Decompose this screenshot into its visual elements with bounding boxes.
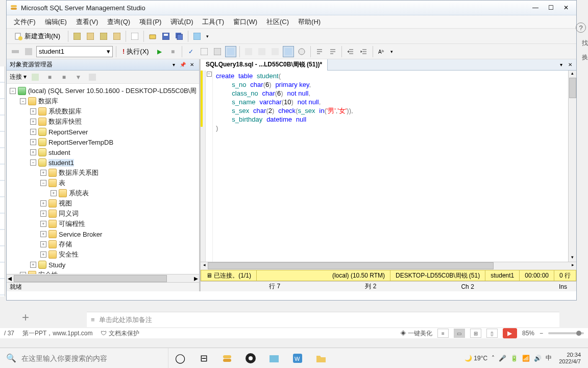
edge-replace[interactable]: 换 [582, 53, 588, 62]
oe-close-icon[interactable]: ✕ [188, 61, 196, 69]
tree-sysdb[interactable]: 系统数据库 [48, 107, 82, 116]
ime-indicator[interactable]: 中 [546, 354, 552, 362]
save-all-button[interactable] [174, 31, 185, 42]
tree-report[interactable]: ReportServer [48, 128, 88, 136]
connect-button[interactable]: 连接 ▾ [10, 73, 27, 81]
expand-icon[interactable]: + [30, 108, 36, 114]
new-query-button[interactable]: 新建查询(N) [10, 30, 65, 42]
tree-reporttemp[interactable]: ReportServerTempDB [48, 139, 113, 146]
edge-find[interactable]: 找 [582, 39, 588, 48]
code-editor[interactable]: − create table student( s_no char(6) pri… [201, 71, 576, 262]
tb2-btn-2[interactable] [23, 46, 34, 57]
toolbar2-overflow[interactable]: ▾ [389, 46, 395, 57]
notes-pane[interactable]: ≡ 单击此处添加备注 [87, 312, 559, 327]
tree-view[interactable]: −(local) (SQL Server 10.50.1600 - DESKTO… [7, 84, 199, 274]
tab-close-icon[interactable]: ✕ [566, 61, 574, 69]
tray-battery-icon[interactable]: 🔋 [510, 355, 518, 362]
tree-systables[interactable]: 系统表 [69, 189, 89, 198]
tray-wifi-icon[interactable]: 📶 [522, 355, 530, 362]
task-view-button[interactable]: ◯ [168, 348, 192, 369]
tb2-btn-1[interactable] [10, 46, 21, 57]
slideshow-button[interactable]: ▶ [503, 328, 517, 338]
menu-help[interactable]: 帮助(H) [294, 16, 325, 28]
expand-icon[interactable]: + [51, 190, 57, 196]
open-button[interactable] [147, 31, 158, 42]
expand-icon[interactable]: + [40, 241, 46, 247]
tree-server[interactable]: (local) (SQL Server 10.50.1600 - DESKTOP… [28, 86, 197, 96]
view-sorter[interactable]: ⊞ [470, 329, 481, 338]
tb2-btn-6[interactable] [199, 46, 210, 57]
collapse-icon[interactable]: − [10, 88, 16, 94]
menu-project[interactable]: 项目(P) [135, 16, 165, 28]
tree-tables[interactable]: 表 [59, 178, 65, 188]
toolbar-overflow[interactable]: ▾ [205, 31, 210, 42]
search-input[interactable] [21, 354, 162, 362]
beautify-button[interactable]: ◈ 一键美化 [400, 329, 432, 338]
menu-tools[interactable]: 工具(T) [198, 16, 228, 28]
view-normal[interactable]: ▭ [454, 329, 465, 338]
tb2-btn-10[interactable] [256, 46, 267, 57]
expand-icon[interactable]: + [30, 119, 36, 125]
tb2-btn-12-active[interactable] [283, 46, 294, 57]
parse-button[interactable]: ✓ [185, 46, 197, 57]
editor-tab[interactable]: SQLQuery18.sql - ...LD55C0B\周锐 (51))* [201, 59, 328, 71]
comment-button[interactable] [314, 46, 325, 57]
database-selector[interactable]: student1 ▾ [36, 46, 113, 57]
tree-storage[interactable]: 存储 [59, 240, 72, 249]
tb-btn-5[interactable] [129, 31, 140, 42]
weather-widget[interactable]: 🌙 19°C [464, 355, 487, 362]
collapse-icon[interactable]: − [40, 180, 46, 186]
uncomment-button[interactable] [327, 46, 338, 57]
code-text[interactable]: create table student( s_no char(6) prima… [213, 71, 568, 262]
expand-icon[interactable]: + [30, 129, 36, 135]
tree-views[interactable]: 视图 [59, 199, 72, 208]
menu-debug[interactable]: 调试(D) [166, 16, 197, 28]
tb-btn-4[interactable] [111, 31, 122, 42]
tray-chevron-icon[interactable]: ˄ [492, 355, 495, 362]
close-button[interactable]: ✕ [559, 3, 573, 13]
expand-icon[interactable]: + [40, 170, 46, 176]
expand-icon[interactable]: + [30, 262, 36, 268]
specify-values-button[interactable]: Aᵇ [376, 46, 387, 57]
editor-vscroll[interactable]: ▴▾ [568, 71, 576, 262]
tree-study[interactable]: Study [48, 261, 65, 269]
view-reading[interactable]: ▯ [486, 329, 498, 338]
expand-icon[interactable]: + [40, 200, 46, 206]
collapse-icon[interactable]: − [20, 98, 26, 104]
zoom-out-button[interactable]: − [540, 330, 543, 337]
indent-button[interactable] [345, 46, 356, 57]
fold-icon[interactable]: − [207, 72, 212, 77]
tb-btn-2[interactable] [85, 31, 96, 42]
expand-icon[interactable]: + [40, 231, 46, 237]
expand-icon[interactable]: + [30, 149, 36, 155]
add-slide-button[interactable]: + [15, 310, 36, 325]
maximize-button[interactable]: ☐ [544, 3, 558, 13]
tb2-btn-13[interactable] [296, 46, 307, 57]
zoom-slider[interactable] [548, 332, 584, 334]
tree-diagram[interactable]: 数据库关系图 [59, 168, 99, 177]
stop-button[interactable]: ■ [167, 46, 179, 57]
activity-monitor-button[interactable] [191, 31, 203, 42]
expand-icon[interactable]: + [30, 139, 36, 145]
expand-icon[interactable]: + [40, 221, 46, 227]
app-wps[interactable]: W [286, 348, 309, 369]
tree-synonyms[interactable]: 同义词 [59, 209, 79, 218]
menu-community[interactable]: 社区(C) [262, 16, 293, 28]
tree-student1[interactable]: student1 [48, 159, 74, 167]
menu-edit[interactable]: 编辑(E) [41, 16, 71, 28]
taskbar-search[interactable]: 🔍 [0, 348, 168, 369]
tb-btn-3[interactable] [98, 31, 109, 42]
tb2-btn-9[interactable] [243, 46, 254, 57]
oe-dropdown-icon[interactable]: ▾ [169, 61, 178, 69]
tb-btn-1[interactable] [71, 31, 83, 42]
tb2-btn-7[interactable] [212, 46, 223, 57]
outdent-button[interactable] [358, 46, 370, 57]
oe-hscroll[interactable]: ◂▸ [7, 274, 199, 282]
minimize-button[interactable]: — [528, 3, 543, 13]
tree-databases[interactable]: 数据库 [38, 97, 58, 106]
tree-student[interactable]: student [48, 149, 70, 156]
view-outline[interactable]: ≡ [437, 329, 449, 338]
oe-tb-1[interactable] [30, 72, 41, 83]
expand-icon[interactable]: + [40, 251, 46, 258]
tray-mic-icon[interactable]: 🎤 [499, 355, 506, 362]
